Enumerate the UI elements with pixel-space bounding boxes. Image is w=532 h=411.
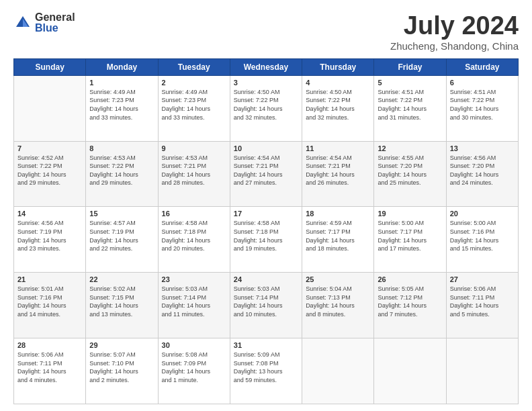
col-thursday: Thursday (302, 58, 374, 75)
day-number: 19 (378, 210, 442, 218)
table-row: 15Sunrise: 4:57 AM Sunset: 7:19 PM Dayli… (86, 207, 158, 273)
day-number: 11 (306, 144, 370, 152)
day-info: Sunrise: 4:53 AM Sunset: 7:22 PM Dayligh… (89, 154, 154, 187)
table-row: 5Sunrise: 4:51 AM Sunset: 7:22 PM Daylig… (374, 75, 446, 141)
table-row: 18Sunrise: 4:59 AM Sunset: 7:17 PM Dayli… (302, 207, 374, 273)
day-number: 3 (234, 79, 298, 87)
table-row: 17Sunrise: 4:58 AM Sunset: 7:18 PM Dayli… (230, 207, 302, 273)
day-info: Sunrise: 4:55 AM Sunset: 7:20 PM Dayligh… (378, 154, 442, 187)
day-info: Sunrise: 5:08 AM Sunset: 7:09 PM Dayligh… (162, 351, 226, 384)
table-row: 6Sunrise: 4:51 AM Sunset: 7:22 PM Daylig… (446, 75, 518, 141)
table-row: 22Sunrise: 5:02 AM Sunset: 7:15 PM Dayli… (86, 273, 158, 338)
header: General Blue July 2024 Zhucheng, Shandon… (13, 12, 519, 52)
table-row: 16Sunrise: 4:58 AM Sunset: 7:18 PM Dayli… (158, 207, 230, 273)
day-number: 30 (162, 341, 226, 349)
day-info: Sunrise: 5:06 AM Sunset: 7:11 PM Dayligh… (450, 285, 515, 318)
day-number: 17 (234, 210, 298, 218)
day-number: 13 (450, 144, 515, 152)
day-info: Sunrise: 4:51 AM Sunset: 7:22 PM Dayligh… (378, 88, 442, 122)
logo-blue-text: Blue (35, 23, 75, 34)
col-sunday: Sunday (14, 58, 86, 75)
day-info: Sunrise: 4:49 AM Sunset: 7:23 PM Dayligh… (89, 88, 154, 122)
calendar-week-row: 21Sunrise: 5:01 AM Sunset: 7:16 PM Dayli… (14, 273, 519, 338)
day-number: 22 (89, 275, 154, 283)
day-info: Sunrise: 4:52 AM Sunset: 7:22 PM Dayligh… (17, 154, 82, 187)
table-row: 20Sunrise: 5:00 AM Sunset: 7:16 PM Dayli… (446, 207, 518, 273)
col-saturday: Saturday (446, 58, 518, 75)
day-number: 26 (378, 275, 442, 283)
day-number: 1 (89, 79, 154, 87)
day-number: 20 (450, 210, 515, 218)
table-row: 13Sunrise: 4:56 AM Sunset: 7:20 PM Dayli… (446, 141, 518, 207)
table-row: 10Sunrise: 4:54 AM Sunset: 7:21 PM Dayli… (230, 141, 302, 207)
day-number: 24 (234, 275, 298, 283)
day-number: 7 (17, 144, 82, 152)
day-info: Sunrise: 5:03 AM Sunset: 7:14 PM Dayligh… (234, 285, 298, 318)
day-number: 8 (89, 144, 154, 152)
calendar-table: Sunday Monday Tuesday Wednesday Thursday… (13, 58, 519, 404)
table-row: 12Sunrise: 4:55 AM Sunset: 7:20 PM Dayli… (374, 141, 446, 207)
day-info: Sunrise: 4:56 AM Sunset: 7:20 PM Dayligh… (450, 154, 515, 187)
calendar-week-row: 7Sunrise: 4:52 AM Sunset: 7:22 PM Daylig… (14, 141, 519, 207)
table-row: 21Sunrise: 5:01 AM Sunset: 7:16 PM Dayli… (14, 273, 86, 338)
day-info: Sunrise: 5:00 AM Sunset: 7:16 PM Dayligh… (450, 219, 515, 253)
logo: General Blue (13, 12, 75, 34)
day-info: Sunrise: 4:54 AM Sunset: 7:21 PM Dayligh… (234, 154, 298, 187)
day-number: 31 (234, 341, 298, 349)
table-row (302, 338, 374, 404)
day-number: 21 (17, 275, 82, 283)
table-row: 25Sunrise: 5:04 AM Sunset: 7:13 PM Dayli… (302, 273, 374, 338)
table-row: 23Sunrise: 5:03 AM Sunset: 7:14 PM Dayli… (158, 273, 230, 338)
table-row: 24Sunrise: 5:03 AM Sunset: 7:14 PM Dayli… (230, 273, 302, 338)
day-number: 5 (378, 79, 442, 87)
logo-icon (13, 13, 32, 32)
day-info: Sunrise: 5:04 AM Sunset: 7:13 PM Dayligh… (306, 285, 370, 318)
day-number: 15 (89, 210, 154, 218)
day-info: Sunrise: 4:56 AM Sunset: 7:19 PM Dayligh… (17, 219, 82, 253)
day-number: 12 (378, 144, 442, 152)
table-row (446, 338, 518, 404)
table-row (14, 75, 86, 141)
table-row: 30Sunrise: 5:08 AM Sunset: 7:09 PM Dayli… (158, 338, 230, 404)
page: General Blue July 2024 Zhucheng, Shandon… (0, 0, 532, 411)
day-info: Sunrise: 4:54 AM Sunset: 7:21 PM Dayligh… (306, 154, 370, 187)
day-info: Sunrise: 5:00 AM Sunset: 7:17 PM Dayligh… (378, 219, 442, 253)
logo-text: General Blue (35, 12, 75, 34)
table-row (374, 338, 446, 404)
day-info: Sunrise: 5:07 AM Sunset: 7:10 PM Dayligh… (89, 351, 154, 384)
table-row: 9Sunrise: 4:53 AM Sunset: 7:21 PM Daylig… (158, 141, 230, 207)
col-monday: Monday (86, 58, 158, 75)
calendar-week-row: 14Sunrise: 4:56 AM Sunset: 7:19 PM Dayli… (14, 207, 519, 273)
table-row: 7Sunrise: 4:52 AM Sunset: 7:22 PM Daylig… (14, 141, 86, 207)
day-info: Sunrise: 5:06 AM Sunset: 7:11 PM Dayligh… (17, 351, 82, 384)
day-info: Sunrise: 4:50 AM Sunset: 7:22 PM Dayligh… (306, 88, 370, 122)
day-number: 4 (306, 79, 370, 87)
day-info: Sunrise: 5:03 AM Sunset: 7:14 PM Dayligh… (162, 285, 226, 318)
table-row: 4Sunrise: 4:50 AM Sunset: 7:22 PM Daylig… (302, 75, 374, 141)
day-info: Sunrise: 5:05 AM Sunset: 7:12 PM Dayligh… (378, 285, 442, 318)
day-number: 9 (162, 144, 226, 152)
month-title: July 2024 (390, 12, 519, 40)
day-number: 29 (89, 341, 154, 349)
day-info: Sunrise: 4:53 AM Sunset: 7:21 PM Dayligh… (162, 154, 226, 187)
day-number: 6 (450, 79, 515, 87)
day-info: Sunrise: 4:50 AM Sunset: 7:22 PM Dayligh… (234, 88, 298, 122)
col-friday: Friday (374, 58, 446, 75)
table-row: 19Sunrise: 5:00 AM Sunset: 7:17 PM Dayli… (374, 207, 446, 273)
table-row: 8Sunrise: 4:53 AM Sunset: 7:22 PM Daylig… (86, 141, 158, 207)
day-info: Sunrise: 4:58 AM Sunset: 7:18 PM Dayligh… (162, 219, 226, 253)
day-number: 2 (162, 79, 226, 87)
table-row: 11Sunrise: 4:54 AM Sunset: 7:21 PM Dayli… (302, 141, 374, 207)
col-wednesday: Wednesday (230, 58, 302, 75)
day-number: 25 (306, 275, 370, 283)
table-row: 1Sunrise: 4:49 AM Sunset: 7:23 PM Daylig… (86, 75, 158, 141)
day-info: Sunrise: 5:01 AM Sunset: 7:16 PM Dayligh… (17, 285, 82, 318)
location-subtitle: Zhucheng, Shandong, China (390, 40, 519, 52)
day-number: 14 (17, 210, 82, 218)
table-row: 26Sunrise: 5:05 AM Sunset: 7:12 PM Dayli… (374, 273, 446, 338)
table-row: 31Sunrise: 5:09 AM Sunset: 7:08 PM Dayli… (230, 338, 302, 404)
day-number: 10 (234, 144, 298, 152)
day-number: 23 (162, 275, 226, 283)
title-block: July 2024 Zhucheng, Shandong, China (390, 12, 519, 52)
day-info: Sunrise: 4:59 AM Sunset: 7:17 PM Dayligh… (306, 219, 370, 253)
